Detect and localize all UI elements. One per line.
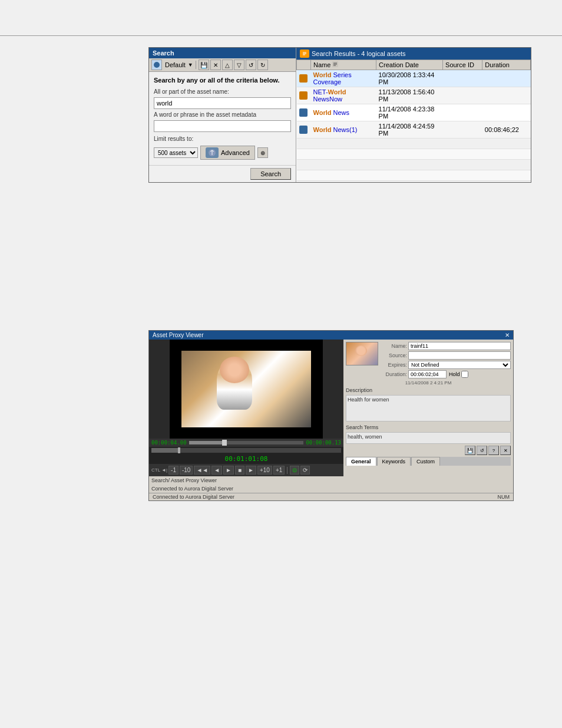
video-controls: CTL ◄| -1 -10 ◄◄ ◄ ► ■ ► +10 +1 ⊙ ⟳ [149, 464, 343, 476]
col-source-header[interactable]: Source ID [443, 60, 482, 70]
proxy-titlebar: Asset Proxy Viewer ✕ [149, 331, 513, 340]
ctrl-plus10[interactable]: +10 [257, 466, 272, 475]
meta-source-input[interactable] [408, 351, 511, 360]
meta-duration-row: Duration: Hold [381, 370, 511, 378]
video-status-bar: Search/ Asset Proxy Viewer [149, 476, 343, 485]
limit-row: Limit results to: [154, 136, 291, 142]
asset-link[interactable]: World News [313, 109, 350, 116]
advanced-button[interactable]: Advanced [200, 146, 255, 160]
asset-link[interactable]: NET-World NewsNow [313, 88, 346, 103]
tab-general[interactable]: General [346, 457, 376, 466]
expand-button[interactable]: ⊕ [257, 147, 268, 158]
time-slider[interactable] [189, 441, 304, 444]
row-name-cell[interactable]: World News(1) [311, 121, 376, 139]
toolbar-save-icon[interactable]: 💾 [199, 60, 209, 70]
meta-desc-text: Health for women [346, 395, 511, 421]
progress-fill [151, 448, 180, 453]
table-row[interactable]: NET-World NewsNow 11/13/2008 1:56:40 PM [297, 87, 531, 104]
asset-link[interactable]: World Series Coverage [313, 71, 352, 85]
meta-close-btn[interactable]: ✕ [500, 446, 511, 455]
row-icon-cell [297, 104, 311, 121]
toolbar-filter-icon: ▼ [188, 62, 193, 68]
meta-expires-select[interactable]: Not Defined [408, 361, 511, 369]
ctrl-prev[interactable]: ◄ [211, 466, 222, 475]
meta-tabs: General Keywords Custom [346, 457, 511, 466]
toolbar-undo-icon[interactable]: ↺ [246, 60, 256, 70]
ctrl-stop[interactable]: ■ [235, 466, 244, 475]
asset-icon-blue [299, 126, 308, 134]
table-row[interactable]: World Series Coverage 10/30/2008 1:33:44… [297, 70, 531, 87]
meta-hold-checkbox[interactable] [461, 371, 468, 378]
row-source-cell [443, 70, 482, 87]
table-row[interactable]: World News 11/14/2008 4:23:38 PM [297, 104, 531, 121]
col-creation-header[interactable]: Creation Date [376, 60, 443, 70]
search-titlebar: Search [149, 48, 296, 58]
row-duration-cell [482, 70, 531, 87]
toolbar-filter-up-icon[interactable]: △ [222, 60, 233, 70]
row-creation-cell: 11/14/2008 4:23:38 PM [376, 104, 443, 121]
col-duration-header[interactable]: Duration [482, 60, 531, 70]
toolbar-filter-down-icon[interactable]: ▽ [234, 60, 244, 70]
row-duration-cell [482, 87, 531, 104]
proxy-status-connected: Connected to Aurora Digital Server [153, 494, 234, 500]
timecode-display: 00:01:01:08 [149, 454, 343, 464]
asset-link[interactable]: World News(1) [313, 126, 358, 133]
metadata-input[interactable] [154, 120, 291, 132]
toolbar-profile-dropdown[interactable]: Default ▼ [163, 61, 193, 68]
tab-keywords[interactable]: Keywords [377, 457, 411, 466]
advanced-label: Advanced [221, 149, 250, 156]
highlight-word: World [313, 109, 332, 116]
row-creation-cell: 10/30/2008 1:33:44 PM [376, 70, 443, 87]
proxy-close-button[interactable]: ✕ [505, 332, 510, 338]
time-slider-fill [189, 441, 223, 444]
row-name-cell[interactable]: World News [311, 104, 376, 121]
meta-thumbnail [346, 342, 378, 365]
meta-undo-btn[interactable]: ↺ [477, 446, 487, 455]
ctrl-green1[interactable]: ⊙ [290, 466, 299, 475]
meta-duration-label: Duration: [381, 371, 407, 377]
ctrl-minus10[interactable]: -10 [180, 466, 193, 475]
meta-help-btn[interactable]: ? [488, 446, 499, 455]
meta-timestamp: 11/14/2008 2 4:21 PM [346, 380, 511, 386]
limit-select[interactable]: 500 assets [154, 147, 198, 158]
proxy-title: Asset Proxy Viewer [153, 332, 204, 338]
name-suffix: NewsNow [313, 95, 343, 103]
tab-custom[interactable]: Custom [411, 457, 440, 466]
row-name-cell[interactable]: World Series Coverage [311, 70, 376, 87]
search-panel: Search Default ▼ 💾 ✕ △ ▽ ↺ ↻ Search by a… [149, 48, 296, 182]
meta-source-row: Source: [381, 351, 511, 360]
row-source-cell [443, 87, 482, 104]
meta-search-label: Search Terms [346, 424, 511, 430]
col-name-header[interactable]: Name [311, 60, 376, 70]
meta-name-input[interactable] [408, 342, 511, 350]
name-input[interactable] [154, 97, 291, 109]
ctrl-play[interactable]: ► [223, 466, 234, 475]
ctrl-minus1[interactable]: -1 [168, 466, 178, 475]
row-icon-cell [297, 121, 311, 139]
search-title: Search [153, 50, 174, 57]
name-prefix: NET- [313, 88, 328, 95]
results-panel: Search Results - 4 logical assets Name [296, 48, 531, 182]
proxy-status-bar: Connected to Aurora Digital Server NUM [149, 493, 513, 500]
meta-save-btn[interactable]: 💾 [465, 446, 475, 455]
video-sidebar-left [149, 340, 170, 439]
meta-duration-input[interactable] [408, 370, 447, 378]
toolbar-redo-icon[interactable]: ↻ [257, 60, 268, 70]
meta-name-row: Name: [381, 342, 511, 350]
progress-bar[interactable] [151, 448, 341, 453]
status-left: Search/ Asset Proxy Viewer [151, 477, 217, 483]
toolbar-home-icon[interactable] [151, 60, 162, 70]
search-button[interactable]: Search [250, 168, 291, 180]
row-name-cell[interactable]: NET-World NewsNow [311, 87, 376, 104]
row-creation-cell: 11/14/2008 4:24:59 PM [376, 121, 443, 139]
ctrl-rewind[interactable]: ◄◄ [194, 466, 210, 475]
ctrl-next[interactable]: ► [246, 466, 256, 475]
table-row[interactable]: World News(1) 11/14/2008 4:24:59 PM 00:0… [297, 121, 531, 139]
time-slider-thumb [222, 440, 227, 446]
ctrl-plus1[interactable]: +1 [273, 466, 285, 475]
toolbar-delete-icon[interactable]: ✕ [210, 60, 221, 70]
empty-row [297, 139, 531, 149]
ctrl-refresh[interactable]: ⟳ [300, 466, 310, 475]
video-sidebar-right [323, 340, 343, 439]
limit-controls-row: 500 assets Advanced ⊕ [154, 146, 291, 160]
